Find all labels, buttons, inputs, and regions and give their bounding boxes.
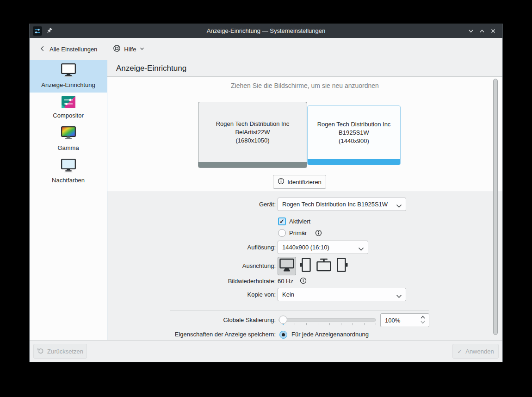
- drag-hint-text: Ziehen Sie die Bildschirme, um sie neu a…: [107, 82, 502, 89]
- retention-radio[interactable]: [279, 331, 287, 339]
- slider-tick: [376, 323, 376, 325]
- footer-bar: Zurücksetzen ✓ Anwenden: [30, 340, 502, 362]
- page-title-bar: Anzeige-Einrichtung: [107, 60, 502, 77]
- slider-tick: [341, 323, 341, 325]
- orientation-portrait-left-button[interactable]: [296, 257, 315, 275]
- slider-tick: [306, 323, 307, 325]
- screen-box-b1925s1w[interactable]: Rogen Tech Distribution Inc B1925S1W (14…: [307, 105, 401, 165]
- refresh-rate-value: 60 Hz: [278, 278, 293, 285]
- screen-resolution: (1440x900): [339, 137, 369, 145]
- spin-down-icon: [420, 320, 426, 324]
- sidebar-item-label: Gamma: [57, 144, 79, 151]
- device-combobox[interactable]: Rogen Tech Distribution Inc B1925S1W: [278, 198, 406, 211]
- orientation-portrait-left-icon: [297, 257, 314, 275]
- device-label: Gerät:: [107, 201, 276, 208]
- titlebar[interactable]: Anzeige-Einrichtung — Systemeinstellunge…: [30, 24, 502, 38]
- screen-stand-bar: [198, 162, 307, 167]
- compositor-icon: [31, 96, 105, 110]
- page-title: Anzeige-Einrichtung: [116, 64, 186, 73]
- apply-label: Anwenden: [465, 348, 494, 355]
- orientation-label: Ausrichtung:: [107, 262, 276, 269]
- chevron-down-icon: [358, 246, 364, 253]
- enabled-label[interactable]: Aktiviert: [289, 218, 310, 225]
- retention-label: Eigenschaften der Anzeige speichern:: [107, 331, 276, 338]
- resolution-value: 1440x900 (16:10): [282, 244, 329, 251]
- check-icon: ✓: [457, 348, 462, 355]
- identify-button[interactable]: Identifizieren: [273, 175, 326, 189]
- orientation-landscape-icon: [278, 257, 295, 275]
- chevron-down-icon: [139, 46, 145, 53]
- global-scale-spinbox[interactable]: 100%: [380, 313, 429, 327]
- screen-model: B1925S1W: [339, 129, 369, 137]
- spin-up-icon: [420, 315, 426, 319]
- maximize-icon[interactable]: [477, 26, 487, 36]
- sidebar: Anzeige-Einrichtung Compositor Gamma Nac…: [30, 60, 107, 340]
- toolbar: Alle Einstellungen Hilfe: [30, 38, 502, 60]
- monitor-icon: [31, 63, 105, 79]
- minimize-icon[interactable]: [466, 26, 476, 36]
- slider-tick: [353, 323, 353, 325]
- info-icon: [278, 178, 285, 186]
- help-button[interactable]: Hilfe: [110, 42, 148, 56]
- desktop-background: Anzeige-Einrichtung — Systemeinstellunge…: [0, 0, 532, 397]
- replica-combobox[interactable]: Kein: [278, 288, 406, 301]
- orientation-portrait-right-icon: [334, 257, 351, 275]
- screen-arrangement-panel: Ziehen Sie die Bildschirme, um sie neu a…: [107, 77, 502, 192]
- sidebar-item-label: Compositor: [53, 112, 83, 119]
- orientation-portrait-right-button[interactable]: [333, 257, 352, 275]
- resolution-combobox[interactable]: 1440x900 (16:10): [278, 241, 368, 254]
- refresh-rate-label: Bildwiederholrate:: [107, 278, 276, 285]
- screen-vendor: Rogen Tech Distribution Inc: [317, 120, 391, 129]
- divider: [170, 310, 429, 311]
- sidebar-item-gamma[interactable]: Gamma: [30, 123, 107, 155]
- screen-stand-bar: [308, 159, 400, 165]
- slider-tick: [329, 323, 330, 325]
- kcm-display-view: Ziehen Sie die Bildschirme, um sie neu a…: [107, 77, 502, 340]
- window-title: Anzeige-Einrichtung — Systemeinstellunge…: [30, 24, 502, 38]
- sidebar-item-label: Nachtfarben: [52, 177, 85, 184]
- orientation-landscape-flipped-icon: [315, 257, 332, 275]
- undo-icon: [37, 347, 44, 355]
- nightcolor-icon: [31, 159, 105, 174]
- screen-vendor: Rogen Tech Distribution Inc: [216, 120, 290, 128]
- vertical-scrollbar[interactable]: [493, 79, 498, 335]
- info-icon[interactable]: [315, 230, 322, 236]
- apply-button[interactable]: ✓ Anwenden: [452, 344, 499, 359]
- screen-box-belartist22w[interactable]: Rogen Tech Distribution Inc BelArtist22W…: [198, 102, 307, 168]
- reset-button[interactable]: Zurücksetzen: [33, 344, 87, 359]
- enabled-checkbox[interactable]: ✓: [278, 217, 286, 225]
- global-scale-slider[interactable]: [278, 318, 376, 322]
- reset-label: Zurücksetzen: [47, 348, 83, 355]
- replica-value: Kein: [282, 291, 294, 298]
- check-icon: ✓: [279, 218, 285, 225]
- all-settings-button[interactable]: Alle Einstellungen: [37, 42, 100, 56]
- slider-tick: [318, 323, 318, 325]
- chevron-down-icon: [396, 203, 402, 210]
- help-label: Hilfe: [124, 46, 136, 53]
- gamma-icon: [31, 126, 105, 142]
- orientation-landscape-button[interactable]: [278, 257, 296, 275]
- close-icon[interactable]: [489, 26, 498, 36]
- sidebar-item-label: Anzeige-Einrichtung: [41, 81, 95, 88]
- device-value: Rogen Tech Distribution Inc B1925S1W: [282, 201, 388, 208]
- identify-label: Identifizieren: [287, 179, 322, 186]
- global-scale-label: Globale Skalierung:: [107, 316, 276, 323]
- sidebar-item-compositor[interactable]: Compositor: [30, 93, 107, 123]
- primary-label[interactable]: Primär: [289, 230, 307, 236]
- info-icon[interactable]: [300, 277, 307, 284]
- chevron-down-icon: [396, 293, 402, 300]
- global-scale-value: 100%: [385, 317, 400, 324]
- all-settings-label: Alle Einstellungen: [49, 46, 97, 53]
- systemsettings-window: Anzeige-Einrichtung — Systemeinstellunge…: [30, 24, 502, 362]
- orientation-landscape-flipped-button[interactable]: [315, 257, 333, 275]
- back-chevron-icon: [39, 45, 46, 53]
- primary-radio[interactable]: [278, 229, 286, 237]
- screen-resolution: (1680x1050): [236, 136, 270, 145]
- slider-handle[interactable]: [279, 316, 287, 324]
- resolution-label: Auflösung:: [107, 244, 276, 251]
- retention-value[interactable]: Für jede Anzeigenanordnung: [291, 331, 369, 338]
- help-buoy-icon: [113, 44, 121, 54]
- screen-model: BelArtist22W: [235, 128, 270, 136]
- sidebar-item-nachtfarben[interactable]: Nachtfarben: [30, 155, 107, 188]
- sidebar-item-anzeige-einrichtung[interactable]: Anzeige-Einrichtung: [30, 60, 107, 93]
